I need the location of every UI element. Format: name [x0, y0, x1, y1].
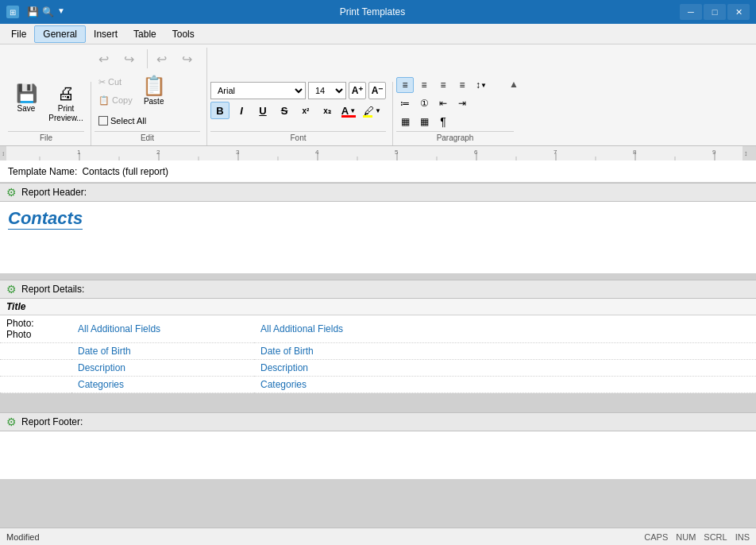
select-all-icon [98, 116, 108, 126]
desc-col2: Description [254, 360, 756, 377]
menu-file[interactable]: File [3, 26, 34, 42]
report-header-body[interactable]: Contacts [0, 202, 756, 273]
subscript-button[interactable]: x₂ [318, 102, 337, 119]
svg-text:1: 1 [77, 149, 81, 156]
maximize-button[interactable]: □ [704, 4, 726, 20]
svg-text:6: 6 [474, 149, 478, 156]
caps-status: CAPS [644, 532, 668, 542]
para-marks-button[interactable]: ¶ [434, 114, 452, 129]
table-style2-button[interactable]: ▦ [415, 114, 433, 129]
cat-col1: Categories [71, 377, 254, 393]
menu-insert[interactable]: Insert [86, 26, 125, 42]
ribbon: 💾 Save 🖨 PrintPreview... File ↩ ↪ ↩ ↪ [0, 44, 756, 146]
superscript-button[interactable]: x² [296, 102, 315, 119]
svg-text:7: 7 [554, 149, 557, 156]
file-group-label: File [8, 131, 84, 144]
save-icon: 💾 [16, 85, 37, 102]
strikethrough-button[interactable]: S [275, 102, 294, 119]
align-right-button[interactable]: ≡ [434, 77, 452, 93]
status-left: Modified [6, 532, 40, 542]
align-center-button[interactable]: ≡ [415, 77, 433, 93]
table-style1-button[interactable]: ▦ [396, 114, 414, 129]
all-additional-fields-col2: All Additional Fields [254, 315, 756, 343]
desc-col1: Description [71, 360, 254, 377]
font-name-select[interactable]: Arial [210, 82, 306, 99]
close-button[interactable]: ✕ [727, 4, 750, 20]
font-size-select[interactable]: 14 [308, 82, 346, 99]
copy-icon: 📋 [98, 95, 110, 106]
menu-tools[interactable]: Tools [164, 26, 202, 42]
save-button[interactable]: 💾 Save [8, 82, 44, 116]
quick-save-icon[interactable]: 💾 [27, 6, 39, 17]
italic-button[interactable]: I [232, 102, 251, 119]
window-title: Print Templates [65, 6, 680, 17]
scrl-status: SCRL [704, 532, 727, 542]
redo-button[interactable]: ↪ [120, 48, 142, 70]
photo-label: Photo: [6, 318, 34, 329]
ribbon-group-file: 💾 Save 🖨 PrintPreview... File [5, 82, 91, 145]
indent-decrease-button[interactable]: ⇤ [434, 95, 452, 111]
num-status: NUM [676, 532, 696, 542]
bold-button[interactable]: B [210, 102, 230, 119]
minimize-button[interactable]: ─ [680, 4, 702, 20]
undo2-button[interactable]: ↩ [152, 48, 175, 70]
svg-rect-0 [0, 146, 756, 160]
menu-general[interactable]: General [34, 25, 86, 43]
line-spacing-button[interactable]: ↕▼ [472, 77, 490, 93]
align-left-button[interactable]: ≡ [396, 77, 414, 93]
copy-button[interactable]: 📋 Copy [94, 91, 137, 109]
report-details-table: Title Photo: Photo All Additional Fields… [0, 299, 756, 393]
photo-sub-label: Photo [6, 329, 31, 340]
status-right: CAPS NUM SCRL INS [644, 532, 750, 542]
numbering-button[interactable]: ① [415, 95, 433, 111]
align-justify-button[interactable]: ≡ [453, 77, 471, 93]
bullets-button[interactable]: ≔ [396, 95, 414, 111]
underline-button[interactable]: U [253, 102, 272, 119]
svg-text:5: 5 [395, 149, 399, 156]
svg-text:3: 3 [236, 149, 240, 156]
ins-status: INS [735, 532, 750, 542]
svg-text:8: 8 [633, 149, 637, 156]
font-grow-button[interactable]: A⁺ [349, 82, 366, 99]
font-color-dropdown[interactable]: ▼ [349, 107, 356, 114]
ribbon-group-paragraph: ≡ ≡ ≡ ≡ ↕▼ ≔ ① ⇤ ⇥ ▦ ▦ ¶ Paragraph ▲ [393, 77, 520, 145]
all-additional-fields-col1: All Additional Fields [71, 315, 254, 343]
svg-text:9: 9 [712, 149, 716, 156]
paragraph-collapse-button[interactable]: ▲ [509, 79, 519, 90]
title-bar-quick-access: 💾 🔍 ▼ [27, 6, 65, 17]
font-color-button[interactable]: A ▼ [339, 102, 358, 119]
paste-button[interactable]: 📋 Paste [139, 73, 169, 109]
title-cell: Title [0, 299, 756, 315]
paste-label: Paste [144, 97, 164, 106]
quick-search-icon[interactable]: 🔍 [42, 6, 54, 17]
bottom-spacer [0, 485, 756, 495]
menu-table[interactable]: Table [125, 26, 164, 42]
indent-increase-button[interactable]: ⇥ [453, 95, 471, 111]
main-content: ⚙ Report Header: Contacts ⚙ Report Detai… [0, 183, 756, 528]
ribbon-file-buttons: 💾 Save 🖨 PrintPreview... [8, 82, 84, 129]
select-all-label: Select All [110, 116, 146, 126]
report-header-section: ⚙ Report Header: Contacts [0, 183, 756, 273]
report-details-icon: ⚙ [6, 283, 17, 296]
redo2-button[interactable]: ↪ [178, 48, 200, 70]
dob-col1: Date of Birth [71, 343, 254, 360]
highlight-color-button[interactable]: 🖊 ▼ [361, 102, 384, 119]
quick-dropdown-icon[interactable]: ▼ [57, 6, 65, 17]
font-shrink-button[interactable]: A⁻ [368, 82, 386, 99]
cut-button[interactable]: ✂ Cut [94, 73, 137, 91]
window-controls: ─ □ ✕ [680, 4, 750, 20]
report-footer-body[interactable] [0, 431, 756, 479]
font-row2: B I U S x² x₂ A ▼ 🖊 ▼ [210, 102, 384, 119]
desc-label-cell [0, 360, 71, 377]
contacts-title[interactable]: Contacts [8, 208, 83, 230]
table-row-title: Title [0, 299, 756, 315]
report-footer-icon: ⚙ [6, 416, 17, 428]
title-bar-left: ⊞ 💾 🔍 ▼ [6, 6, 65, 18]
print-preview-button[interactable]: 🖨 PrintPreview... [48, 82, 84, 126]
select-all-button[interactable]: Select All [94, 112, 150, 129]
svg-text:2: 2 [156, 149, 160, 156]
table-row-categories: Categories Categories [0, 377, 756, 393]
undo-button[interactable]: ↩ [94, 48, 117, 70]
highlight-dropdown[interactable]: ▼ [375, 107, 381, 114]
edit-col1: ✂ Cut 📋 Copy [94, 73, 137, 109]
